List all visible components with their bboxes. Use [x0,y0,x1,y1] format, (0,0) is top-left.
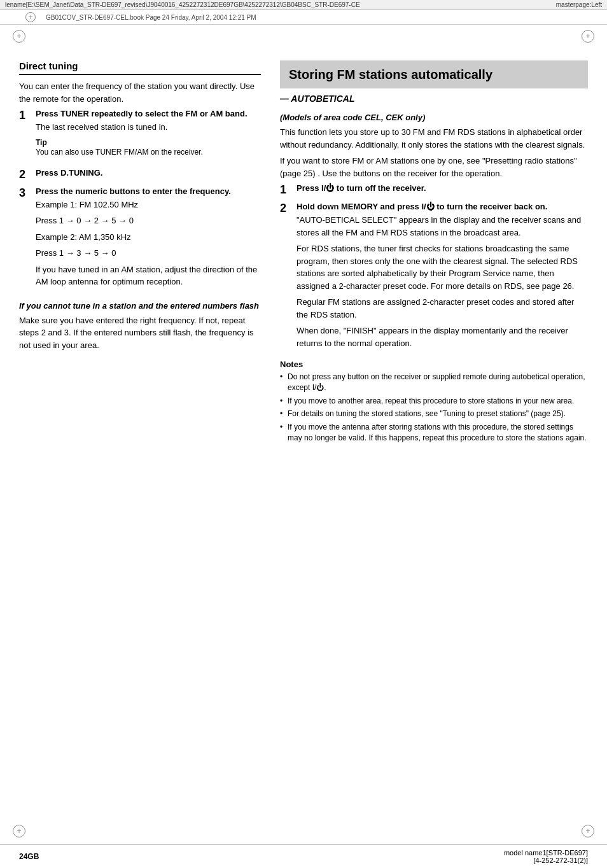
right-column: Storing FM stations automatically — AUTO… [280,60,588,446]
right-step-2-content: Hold down MEMORY and press I/⏻ to turn t… [297,202,588,353]
right-intro2: If you want to store FM or AM stations o… [280,155,588,179]
step-2-title: Press D.TUNING. [36,168,261,178]
page-number: 24GB [19,852,39,861]
right-step-1: 1 Press I/⏻ to turn off the receiver. [280,183,588,197]
note-item-4: If you move the antenna after storing st… [280,422,588,444]
right-step-1-content: Press I/⏻ to turn off the receiver. [297,183,588,197]
right-step-2-num: 2 [280,202,291,353]
right-step-2: 2 Hold down MEMORY and press I/⏻ to turn… [280,202,588,353]
step-3: 3 Press the numeric buttons to enter the… [19,186,261,292]
step-3-example1-steps: Press 1 → 0 → 2 → 5 → 0 [36,214,261,227]
step-1-num: 1 [19,109,31,163]
step-2: 2 Press D.TUNING. [19,168,261,181]
substitle: If you cannot tune in a station and the … [19,301,261,311]
corner-mark-tl: + [13,30,25,43]
tip-label: Tip [36,138,47,147]
direct-tuning-title: Direct tuning [19,60,261,75]
left-column: Direct tuning You can enter the frequenc… [19,60,261,446]
step-2-num: 2 [19,168,31,181]
right-intro: This function lets you store up to 30 FM… [280,126,588,151]
book-header-text: GB01COV_STR-DE697-CEL.book Page 24 Frida… [46,14,256,21]
footer: 24GB model name1[STR-DE697] [4-252-272-3… [0,844,607,868]
step-3-num: 3 [19,186,31,292]
step-1-body: The last received station is tuned in. [36,121,261,134]
right-step-1-num: 1 [280,183,291,197]
main-content: Direct tuning You can enter the frequenc… [0,48,607,459]
right-step-2-body4: When done, "FINISH" appears in the displ… [297,325,588,349]
note-item-2: If you move to another area, repeat this… [280,396,588,407]
right-step-2-title: Hold down MEMORY and press I/⏻ to turn t… [297,202,588,211]
tip-box: Tip You can also use TUNER FM/AM on the … [36,137,261,157]
sub-body: Make sure you have entered the right fre… [19,314,261,352]
autobetical-label: — AUTOBETICAL [280,94,588,104]
notes-title: Notes [280,360,588,369]
storing-title-box: Storing FM stations automatically [280,60,588,88]
step-1-content: Press TUNER repeatedly to select the FM … [36,109,261,163]
step-3-example2-steps: Press 1 → 3 → 5 → 0 [36,247,261,260]
top-bar: lename[E:\SEM_Janet\Data_STR-DE697_revis… [0,0,607,10]
bottom-corners: + + [0,820,607,843]
top-bar-masterpage: masterpage:Left [556,1,602,8]
corner-mark-br: + [582,825,594,837]
model-info: model name1[STR-DE697] [4-252-272-31(2)] [504,849,588,864]
corner-mark-bl: + [13,825,25,837]
step-3-title: Press the numeric buttons to enter the f… [36,186,261,196]
step-2-content: Press D.TUNING. [36,168,261,181]
note-item-3: For details on tuning the stored station… [280,409,588,419]
top-bar-filename: lename[E:\SEM_Janet\Data_STR-DE697_revis… [5,1,360,8]
storing-title: Storing FM stations automatically [289,67,579,82]
crosshair-icon-left [25,12,36,22]
step-3-body: If you have tuned in an AM station, adju… [36,263,261,288]
top-corners: + + [0,25,607,48]
book-header: GB01COV_STR-DE697-CEL.book Page 24 Frida… [0,10,607,25]
step-1: 1 Press TUNER repeatedly to select the F… [19,109,261,163]
direct-tuning-intro: You can enter the frequency of the stati… [19,80,261,105]
step-3-content: Press the numeric buttons to enter the f… [36,186,261,292]
right-step-1-title: Press I/⏻ to turn off the receiver. [297,183,588,193]
right-step-2-body1: "AUTO-BETICAL SELECT" appears in the dis… [297,214,588,239]
right-step-2-body3: Regular FM stations are assigned 2-chara… [297,296,588,321]
note-item-1: Do not press any button on the receiver … [280,372,588,393]
corner-mark-tr: + [582,30,594,43]
step-1-title: Press TUNER repeatedly to select the FM … [36,109,261,118]
notes-list: Do not press any button on the receiver … [280,372,588,444]
tip-text: You can also use TUNER FM/AM on the rece… [36,148,203,157]
models-note: (Models of area code CEL, CEK only) [280,113,588,122]
step-3-example1: Example 1: FM 102.50 MHz [36,199,261,211]
step-3-example2: Example 2: AM 1,350 kHz [36,231,261,244]
right-step-2-body2: For RDS stations, the tuner first checks… [297,242,588,292]
